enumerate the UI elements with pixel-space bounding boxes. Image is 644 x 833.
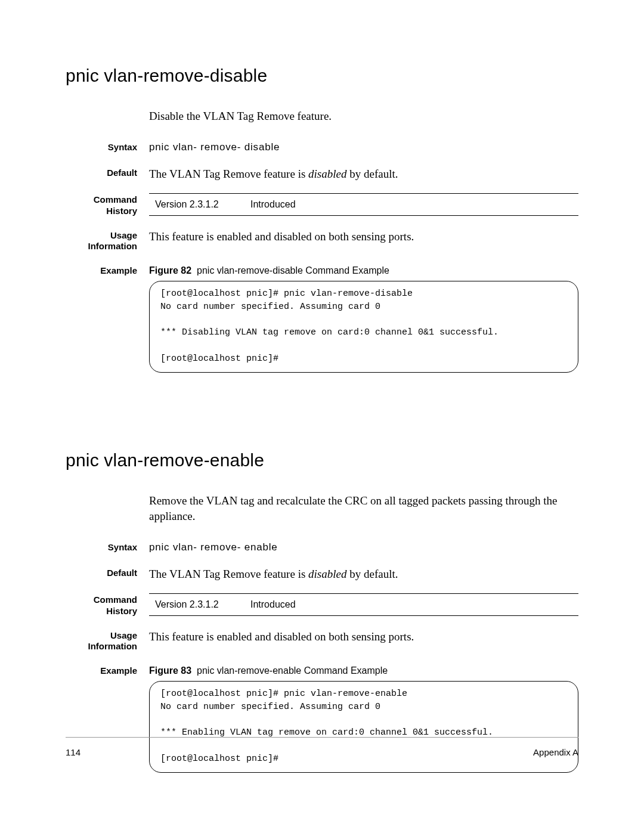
default-em-text: disabled [308, 568, 346, 580]
history-version: Version 2.3.1.2 [149, 594, 250, 616]
history-version: Version 2.3.1.2 [149, 194, 250, 216]
figure-caption-text: pnic vlan-remove-enable Command Example [197, 665, 388, 676]
history-table: Version 2.3.1.2 Introduced [149, 193, 578, 216]
command-section-disable: pnic vlan-remove-disable Disable the VLA… [66, 66, 578, 373]
history-label: Command History [66, 593, 149, 617]
history-note: Introduced [250, 194, 578, 216]
figure-caption: Figure 82 pnic vlan-remove-disable Comma… [149, 264, 578, 277]
history-note: Introduced [250, 594, 578, 616]
history-value: Version 2.3.1.2 Introduced [149, 193, 578, 216]
command-section-enable: pnic vlan-remove-enable Remove the VLAN … [66, 450, 578, 773]
example-row: Example Figure 82 pnic vlan-remove-disab… [66, 264, 578, 373]
history-row: Command History Version 2.3.1.2 Introduc… [66, 593, 578, 617]
document-page: pnic vlan-remove-disable Disable the VLA… [0, 0, 644, 775]
table-row: Version 2.3.1.2 Introduced [149, 594, 578, 616]
syntax-row: Syntax pnic vlan- remove- disable [66, 141, 578, 154]
usage-row: Usage Information This feature is enable… [66, 629, 578, 653]
code-example: [root@localhost pnic]# pnic vlan-remove-… [160, 287, 567, 366]
section-intro: Disable the VLAN Tag Remove feature. [149, 109, 578, 124]
history-value: Version 2.3.1.2 Introduced [149, 593, 578, 616]
default-row: Default The VLAN Tag Remove feature is d… [66, 566, 578, 582]
figure-caption: Figure 83 pnic vlan-remove-enable Comman… [149, 664, 578, 677]
example-label: Example [66, 664, 149, 677]
default-pre-text: The VLAN Tag Remove feature is [149, 168, 308, 180]
history-label: Command History [66, 193, 149, 217]
default-value: The VLAN Tag Remove feature is disabled … [149, 566, 578, 582]
default-pre-text: The VLAN Tag Remove feature is [149, 568, 308, 580]
syntax-value: pnic vlan- remove- disable [149, 141, 578, 154]
code-example-box: [root@localhost pnic]# pnic vlan-remove-… [149, 281, 578, 373]
usage-label: Usage Information [66, 629, 149, 653]
code-example-wrap: [root@localhost pnic]# pnic vlan-remove-… [149, 681, 578, 773]
usage-row: Usage Information This feature is enable… [66, 229, 578, 253]
section-title: pnic vlan-remove-disable [66, 66, 578, 86]
usage-label: Usage Information [66, 229, 149, 253]
example-value: Figure 82 pnic vlan-remove-disable Comma… [149, 264, 578, 373]
usage-value: This feature is enabled and disabled on … [149, 629, 578, 645]
figure-label: Figure 82 [149, 265, 191, 275]
default-value: The VLAN Tag Remove feature is disabled … [149, 166, 578, 182]
syntax-row: Syntax pnic vlan- remove- enable [66, 541, 578, 555]
page-number: 114 [66, 747, 80, 757]
appendix-label: Appendix A [533, 747, 578, 757]
figure-caption-text: pnic vlan-remove-disable Command Example [197, 265, 389, 275]
example-label: Example [66, 264, 149, 277]
default-row: Default The VLAN Tag Remove feature is d… [66, 166, 578, 182]
syntax-label: Syntax [66, 141, 149, 153]
figure-label: Figure 83 [149, 665, 191, 676]
code-example-wrap: [root@localhost pnic]# pnic vlan-remove-… [149, 281, 578, 373]
history-table: Version 2.3.1.2 Introduced [149, 593, 578, 616]
default-label: Default [66, 566, 149, 579]
usage-value: This feature is enabled and disabled on … [149, 229, 578, 244]
default-post-text: by default. [346, 168, 398, 180]
default-post-text: by default. [346, 568, 398, 580]
section-title: pnic vlan-remove-enable [66, 450, 578, 470]
table-row: Version 2.3.1.2 Introduced [149, 194, 578, 216]
default-label: Default [66, 166, 149, 179]
syntax-label: Syntax [66, 541, 149, 553]
page-footer: 114 Appendix A [66, 737, 578, 757]
syntax-value: pnic vlan- remove- enable [149, 541, 578, 555]
code-example-box: [root@localhost pnic]# pnic vlan-remove-… [149, 681, 578, 773]
section-intro: Remove the VLAN tag and recalculate the … [149, 493, 578, 524]
default-em-text: disabled [308, 168, 346, 180]
history-row: Command History Version 2.3.1.2 Introduc… [66, 193, 578, 217]
